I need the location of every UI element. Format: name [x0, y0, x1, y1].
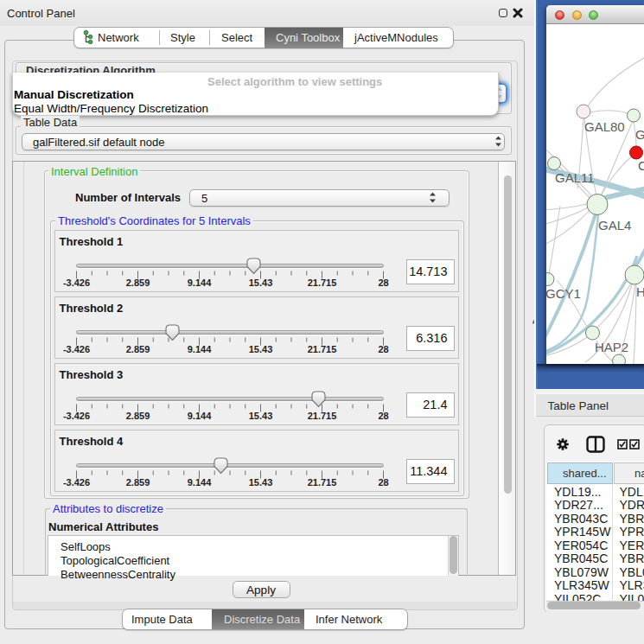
svg-text:GAL11: GAL11	[555, 170, 595, 185]
svg-text:C: C	[638, 158, 644, 173]
svg-text:GAL4: GAL4	[598, 218, 631, 233]
svg-text:GA: GA	[635, 127, 644, 142]
svg-text:GAL80: GAL80	[584, 119, 625, 134]
svg-text:HA: HA	[636, 284, 644, 299]
svg-text:HAP2: HAP2	[595, 340, 628, 354]
svg-text:GCY1: GCY1	[546, 286, 581, 301]
